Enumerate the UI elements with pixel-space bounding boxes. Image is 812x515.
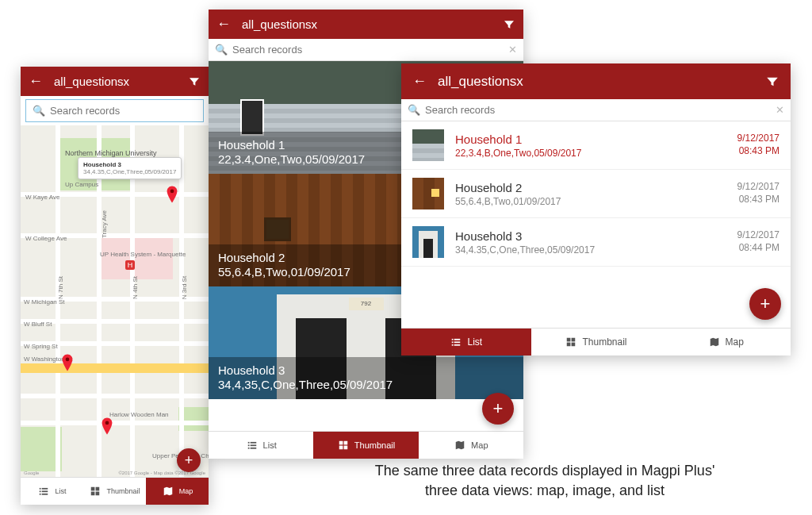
svg-rect-8 [42, 494, 48, 495]
map-road-label: W Spring St [24, 343, 58, 350]
list-item-sub: 34,4.35,C,One,Three,05/09/2017 [455, 244, 737, 256]
list-item-title: Household 1 [455, 133, 737, 146]
back-icon[interactable]: ← [29, 73, 43, 90]
search-icon: 🔍 [215, 44, 228, 56]
map-road-label: W Michigan St [24, 298, 65, 306]
callout-sub: 34,4.35,C,One,Three,05/09/2017 [83, 168, 176, 175]
clear-icon[interactable]: ✕ [508, 44, 517, 56]
map-pin[interactable] [62, 354, 73, 371]
search-icon: 🔍 [33, 105, 45, 117]
tab-list[interactable]: List [209, 432, 313, 459]
map-view-panel: ← all_questionsx 🔍 Northern Michigan Uni… [21, 67, 209, 505]
tab-label: Thumbnail [106, 487, 140, 495]
list-item[interactable]: Household 1 22,3.4,B,One,Two,05/09/2017 … [401, 121, 791, 170]
back-icon[interactable]: ← [216, 16, 231, 33]
list-item-thumb [412, 226, 444, 258]
svg-rect-3 [40, 488, 41, 490]
search-icon: 🔍 [408, 104, 420, 116]
search-bar[interactable]: 🔍 ✕ [401, 99, 791, 121]
tab-map[interactable]: Map [146, 478, 209, 505]
svg-rect-30 [572, 338, 576, 342]
view-tabs: List Thumbnail Map [21, 477, 209, 505]
svg-rect-25 [452, 341, 454, 343]
list-item[interactable]: Household 3 34,4.35,C,One,Three,05/09/20… [401, 218, 791, 267]
map-label: UP Health System - Marquette [100, 251, 171, 258]
map-callout[interactable]: Household 3 34,4.35,C,One,Three,05/09/20… [78, 157, 182, 179]
svg-rect-22 [343, 446, 347, 450]
add-button[interactable]: + [482, 393, 514, 425]
map-pin[interactable] [102, 417, 113, 435]
map-label: Harlow Wooden Man [109, 411, 169, 418]
svg-rect-26 [454, 341, 461, 343]
list-item-thumb [412, 178, 444, 209]
list-item-sub: 22,3.4,B,One,Two,05/09/2017 [455, 148, 737, 159]
filter-icon[interactable] [503, 18, 515, 31]
svg-rect-24 [454, 339, 461, 340]
back-icon[interactable]: ← [412, 73, 427, 90]
svg-rect-18 [250, 448, 256, 449]
svg-rect-19 [339, 441, 343, 445]
svg-point-1 [66, 358, 70, 362]
hospital-icon: H [125, 260, 135, 270]
svg-rect-28 [454, 344, 461, 346]
svg-rect-31 [567, 343, 571, 347]
map-canvas[interactable]: Northern Michigan University Up Campus U… [21, 125, 209, 477]
svg-rect-6 [42, 490, 48, 492]
search-input[interactable] [50, 105, 197, 117]
add-button[interactable]: + [749, 288, 781, 320]
map-road-label: N 7th St [57, 276, 64, 299]
add-button[interactable]: + [177, 448, 201, 472]
tab-list[interactable]: List [401, 329, 531, 356]
search-input[interactable] [232, 44, 508, 56]
svg-rect-12 [96, 492, 100, 496]
tab-thumbnail[interactable]: Thumbnail [313, 432, 418, 459]
list-item-date: 9/12/2017 [737, 229, 779, 242]
header-title: all_questionsx [242, 17, 503, 31]
search-input[interactable] [425, 104, 776, 116]
list-item-title: Household 2 [455, 181, 737, 194]
svg-rect-10 [96, 487, 100, 491]
view-tabs: List Thumbnail Map [209, 431, 523, 459]
svg-rect-17 [247, 448, 249, 449]
tab-thumbnail[interactable]: Thumbnail [531, 329, 661, 356]
map-pin[interactable] [167, 186, 178, 203]
clear-icon[interactable]: ✕ [776, 104, 784, 116]
tab-label: List [467, 336, 482, 348]
tab-thumbnail[interactable]: Thumbnail [83, 478, 146, 505]
list-item-time: 08:44 PM [737, 242, 779, 255]
thumbnail-title: Household 3 [218, 363, 514, 379]
filter-icon[interactable] [188, 75, 201, 88]
svg-rect-13 [247, 442, 249, 444]
svg-rect-7 [40, 494, 41, 495]
svg-rect-4 [42, 488, 48, 490]
search-bar[interactable]: 🔍 ✕ [209, 39, 523, 61]
filter-icon[interactable] [765, 75, 779, 89]
app-header: ← all_questionsx [21, 67, 209, 96]
list-item-date: 9/12/2017 [737, 181, 779, 194]
svg-rect-14 [250, 442, 256, 444]
map-attribution: Google [24, 471, 39, 475]
tab-map[interactable]: Map [419, 432, 523, 459]
tab-list[interactable]: List [21, 478, 83, 505]
view-tabs: List Thumbnail Map [401, 328, 791, 356]
house-number-plaque: 792 [349, 298, 384, 310]
list-item-time: 08:43 PM [737, 194, 779, 206]
svg-rect-16 [250, 444, 256, 446]
search-bar[interactable]: 🔍 [25, 99, 204, 122]
tab-label: List [55, 487, 66, 495]
figure-caption: The same three data records displayed in… [301, 461, 788, 501]
callout-title: Household 3 [83, 161, 176, 168]
svg-rect-29 [567, 338, 571, 342]
header-title: all_questionsx [438, 74, 765, 90]
tab-label: List [263, 440, 277, 450]
map-label: Northern Michigan University [65, 149, 133, 157]
map-road-label: W Bluff St [24, 321, 52, 328]
tab-label: Thumbnail [354, 440, 395, 450]
svg-point-0 [170, 190, 174, 194]
list-item[interactable]: Household 2 55,6.4,B,Two,01/09/2017 9/12… [401, 170, 791, 218]
tab-map[interactable]: Map [661, 329, 791, 356]
tab-label: Thumbnail [582, 336, 626, 348]
svg-rect-5 [40, 490, 41, 492]
list-item-thumb [412, 129, 444, 161]
list-item-title: Household 3 [455, 229, 737, 243]
